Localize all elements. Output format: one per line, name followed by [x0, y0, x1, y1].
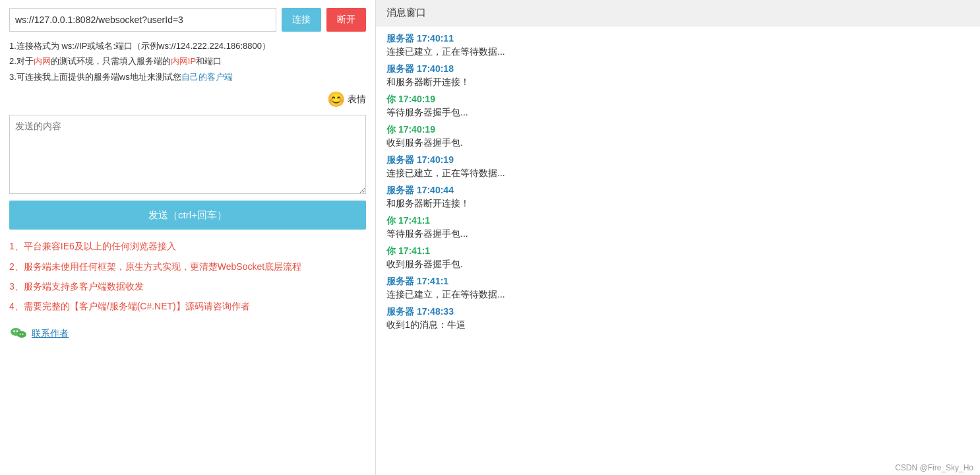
emoji-icon[interactable]: 😊 — [327, 91, 345, 108]
feature-item: 3、服务端支持多客户端数据收发 — [9, 279, 366, 294]
message-sender: 你 17:41:1 — [386, 245, 969, 257]
message-window-header: 消息窗口 — [376, 0, 980, 26]
emoji-row: 😊 表情 — [9, 91, 366, 108]
connect-button[interactable]: 连接 — [282, 8, 321, 32]
disconnect-button[interactable]: 断开 — [326, 8, 366, 32]
message-content: 收到服务器握手包. — [386, 259, 969, 270]
message-entry: 你 17:41:1收到服务器握手包. — [386, 245, 969, 270]
feature-item: 1、平台兼容IE6及以上的任何浏览器接入 — [9, 239, 366, 253]
hint-text: 1.连接格式为 ws://IP或域名:端口（示例ws://124.222.224… — [9, 38, 366, 84]
message-entry: 你 17:41:1等待服务器握手包... — [386, 215, 969, 240]
svg-point-2 — [13, 330, 15, 332]
message-entry: 服务器 17:40:11连接已建立，正在等待数据... — [386, 33, 969, 58]
feature-item: 4、需要完整的【客户端/服务端(C#.NET)】源码请咨询作者 — [9, 299, 366, 313]
message-content: 连接已建立，正在等待数据... — [386, 168, 969, 179]
message-entry: 服务器 17:40:19连接已建立，正在等待数据... — [386, 154, 969, 179]
feature-list: 1、平台兼容IE6及以上的任何浏览器接入2、服务端未使用任何框架，原生方式实现，… — [9, 239, 366, 314]
message-content: 收到1的消息：牛逼 — [386, 319, 969, 331]
message-sender: 服务器 17:48:33 — [386, 306, 969, 318]
svg-point-4 — [19, 333, 20, 334]
contact-row: 联系作者 — [9, 325, 366, 343]
message-sender: 服务器 17:41:1 — [386, 276, 969, 288]
connection-row: 连接 断开 — [9, 8, 366, 32]
message-sender: 你 17:40:19 — [386, 124, 969, 136]
message-content: 收到服务器握手包. — [386, 137, 969, 149]
message-sender: 服务器 17:40:11 — [386, 33, 969, 45]
feature-item: 2、服务端未使用任何框架，原生方式实现，更清楚WebSocket底层流程 — [9, 259, 366, 274]
message-content: 和服务器断开连接！ — [386, 77, 969, 88]
message-entry: 你 17:40:19等待服务器握手包... — [386, 94, 969, 119]
url-input[interactable] — [9, 8, 276, 32]
svg-point-5 — [22, 333, 23, 334]
message-sender: 你 17:41:1 — [386, 215, 969, 227]
message-sender: 服务器 17:40:19 — [386, 154, 969, 166]
svg-point-1 — [17, 331, 26, 338]
message-content: 和服务器断开连接！ — [386, 198, 969, 210]
message-content: 连接已建立，正在等待数据... — [386, 289, 969, 301]
emoji-label[interactable]: 表情 — [348, 94, 366, 106]
message-content: 等待服务器握手包... — [386, 107, 969, 119]
svg-point-3 — [16, 330, 18, 332]
hint-line1: 1.连接格式为 ws://IP或域名:端口（示例ws://124.222.224… — [9, 38, 366, 53]
left-panel: 连接 断开 1.连接格式为 ws://IP或域名:端口（示例ws://124.2… — [0, 0, 376, 475]
message-entry: 服务器 17:48:33收到1的消息：牛逼 — [386, 306, 969, 331]
hint-line3: 3.可连接我上面提供的服务端ws地址来测试您自己的客户端 — [9, 69, 366, 84]
message-sender: 服务器 17:40:44 — [386, 185, 969, 197]
message-entry: 服务器 17:40:44和服务器断开连接！ — [386, 185, 969, 210]
message-entry: 服务器 17:40:18和服务器断开连接！ — [386, 63, 969, 88]
hint-line2: 2.对于内网的测试环境，只需填入服务端的内网IP和端口 — [9, 53, 366, 69]
send-button[interactable]: 发送（ctrl+回车） — [9, 201, 366, 230]
right-panel: 消息窗口 服务器 17:40:11连接已建立，正在等待数据...服务器 17:4… — [376, 0, 980, 475]
message-entry: 你 17:40:19收到服务器握手包. — [386, 124, 969, 149]
message-list: 服务器 17:40:11连接已建立，正在等待数据...服务器 17:40:18和… — [376, 26, 980, 460]
message-input[interactable] — [9, 115, 366, 194]
message-entry: 服务器 17:41:1连接已建立，正在等待数据... — [386, 276, 969, 301]
message-content: 连接已建立，正在等待数据... — [386, 46, 969, 58]
message-sender: 你 17:40:19 — [386, 94, 969, 106]
message-sender: 服务器 17:40:18 — [386, 63, 969, 75]
contact-link[interactable]: 联系作者 — [32, 328, 69, 340]
message-content: 等待服务器握手包... — [386, 228, 969, 240]
wechat-icon — [9, 325, 28, 343]
watermark: CSDN @Fire_Sky_Ho — [376, 460, 980, 475]
